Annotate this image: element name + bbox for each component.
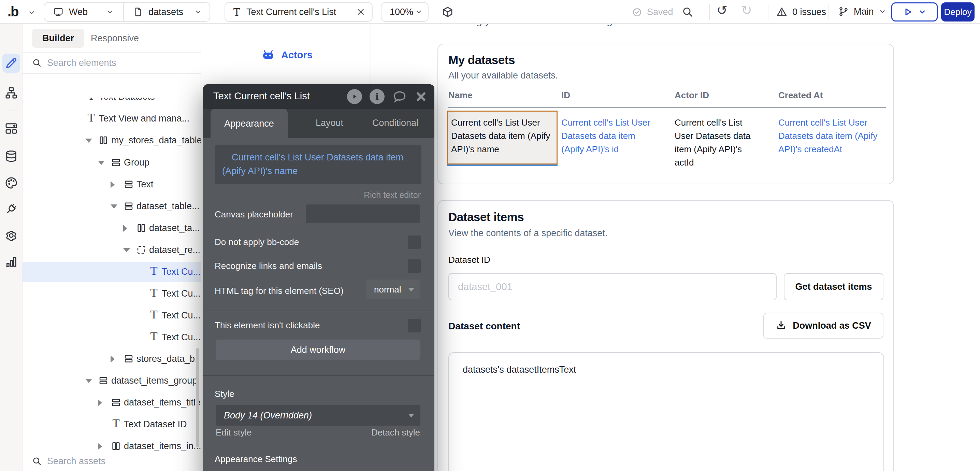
cell-actor-id[interactable]: Current cell's List User Datasets data i…: [675, 116, 760, 169]
bubble-logo[interactable]: .b: [8, 4, 18, 19]
tab-responsive[interactable]: Responsive: [83, 29, 146, 48]
dataset-id-input[interactable]: [458, 281, 758, 293]
search-elements-input[interactable]: [47, 58, 177, 68]
rail-item-components[interactable]: [5, 121, 18, 135]
rail-item-logs[interactable]: [5, 255, 18, 268]
tree-item[interactable]: my_stores_data_table: [22, 130, 200, 151]
rail-item-settings[interactable]: [5, 229, 18, 242]
preview-button[interactable]: [891, 2, 938, 22]
caret-down-icon[interactable]: [98, 161, 105, 165]
search-icon[interactable]: [682, 6, 694, 18]
tree-item[interactable]: T Text Cu...: [22, 283, 200, 304]
info-icon: i: [375, 91, 379, 102]
tree-item-label: dataset_ta...: [149, 223, 200, 234]
platform-label[interactable]: Web: [69, 7, 88, 18]
tree-item[interactable]: dataset_ta...: [22, 218, 200, 239]
caret-right-icon[interactable]: [98, 443, 102, 450]
edit-style-link[interactable]: Edit style: [216, 427, 252, 438]
caret-right-icon[interactable]: [111, 356, 115, 363]
element-tab[interactable]: T Text Current cell's List: [224, 2, 372, 22]
rows-icon: [124, 201, 134, 211]
detach-style-link[interactable]: Detach style: [371, 427, 420, 438]
text-element-icon: T: [149, 288, 159, 298]
caret-down-icon[interactable]: [111, 204, 118, 208]
platform-chevron-icon[interactable]: [106, 8, 114, 16]
tab-builder[interactable]: Builder: [32, 29, 84, 48]
cell-created-at[interactable]: Current cell's List User Datasets data i…: [778, 116, 892, 156]
sitemap-icon: [5, 86, 18, 100]
tree-item[interactable]: dataset_items_group: [22, 371, 200, 391]
cell-id[interactable]: Current cell's List User Datasets data i…: [561, 116, 657, 156]
page-name[interactable]: datasets: [148, 7, 183, 18]
caret-right-icon[interactable]: [98, 399, 102, 406]
tab-conditional[interactable]: Conditional: [372, 118, 418, 128]
logo-menu-chevron-icon[interactable]: [28, 9, 35, 16]
bbcode-checkbox[interactable]: [408, 236, 421, 249]
run-element-button[interactable]: [347, 89, 362, 104]
search-assets-input[interactable]: [47, 456, 177, 466]
html-tag-label: HTML tag for this element (SEO): [215, 286, 344, 296]
style-select[interactable]: Body 14 (Overridden): [216, 405, 420, 426]
tree-item[interactable]: T Text Dataset ID: [22, 414, 200, 435]
issues-label: 0 issues: [792, 7, 826, 18]
caret-right-icon[interactable]: [123, 225, 127, 232]
not-clickable-checkbox[interactable]: [408, 319, 421, 333]
comment-icon[interactable]: [392, 89, 407, 104]
tree-item-label: Text: [137, 179, 154, 190]
text-element-icon: T: [111, 418, 121, 429]
caret-down-icon[interactable]: [123, 248, 130, 252]
tree-item[interactable]: Group: [22, 153, 200, 173]
get-dataset-items-button[interactable]: Get dataset items: [784, 273, 883, 300]
page-chevron-icon[interactable]: [194, 8, 202, 16]
tab-appearance-active[interactable]: Appearance: [210, 109, 288, 138]
tree-item[interactable]: dataset_items_in...: [22, 436, 200, 451]
rich-text-editor-link[interactable]: Rich text editor: [364, 190, 421, 200]
rail-item-plugins[interactable]: [5, 202, 18, 216]
cell-name[interactable]: Current cell's List User Datasets data i…: [451, 116, 554, 156]
tree-item[interactable]: dataset_table...: [22, 196, 200, 217]
rail-item-workflow[interactable]: [5, 86, 18, 100]
rail-item-data[interactable]: [5, 150, 18, 163]
branch-selector[interactable]: Main: [838, 6, 886, 17]
tree-item[interactable]: Text: [22, 174, 200, 195]
tree-item[interactable]: T Text Cu...: [22, 306, 200, 326]
tree-item[interactable]: dataset_re...: [22, 240, 200, 260]
redo-icon[interactable]: ↻: [741, 3, 752, 18]
element-tree[interactable]: T Text Datasets T Text View and mana... …: [22, 98, 200, 451]
tree-item[interactable]: T Text Cu...: [22, 327, 200, 348]
tree-item[interactable]: stores_data_b...: [22, 349, 200, 369]
deploy-button[interactable]: Deploy: [941, 2, 975, 22]
rail-item-styles[interactable]: [5, 176, 18, 190]
tree-item[interactable]: T Text View and mana...: [22, 108, 200, 129]
tab-layout[interactable]: Layout: [316, 118, 343, 128]
recognize-links-checkbox[interactable]: [408, 259, 421, 273]
tree-item-selected[interactable]: T Text Cu...: [22, 262, 200, 282]
dataset-items-card: Dataset items View the contents of a spe…: [438, 200, 894, 471]
package-icon[interactable]: [442, 6, 454, 18]
get-dataset-items-label: Get dataset items: [795, 282, 872, 292]
preview-chevron-icon[interactable]: [918, 8, 926, 16]
element-info-button[interactable]: i: [369, 89, 385, 104]
actors-nav-item[interactable]: Actors: [261, 49, 313, 61]
canvas-placeholder-input[interactable]: [306, 204, 420, 223]
tree-item[interactable]: T Text Datasets: [22, 98, 200, 107]
tree-scrollbar[interactable]: [196, 348, 199, 447]
download-csv-button[interactable]: Download as CSV: [763, 313, 883, 339]
tree-item[interactable]: dataset_items_title: [22, 393, 200, 413]
close-tab-icon[interactable]: [356, 8, 365, 16]
zoom-select[interactable]: 100%: [381, 2, 429, 22]
dataset-content-box[interactable]: datasets's datasetItemsText: [449, 352, 884, 471]
property-editor[interactable]: Text Current cell's List i Appearance La…: [203, 84, 434, 471]
text-content-expression[interactable]: Current cell's List User Datasets data i…: [215, 145, 422, 184]
undo-icon[interactable]: ↺: [717, 3, 727, 18]
caret-down-icon[interactable]: [85, 379, 92, 383]
caret-right-icon[interactable]: [111, 181, 115, 188]
issues-indicator[interactable]: 0 issues: [776, 6, 826, 18]
rail-item-design-active[interactable]: [2, 54, 20, 73]
search-assets-row: [22, 451, 200, 471]
add-workflow-button[interactable]: Add workflow: [216, 340, 420, 360]
property-editor-header[interactable]: Text Current cell's List i: [203, 84, 434, 109]
html-tag-select[interactable]: normal: [366, 280, 420, 299]
caret-down-icon[interactable]: [85, 138, 92, 143]
close-icon[interactable]: [415, 90, 428, 103]
